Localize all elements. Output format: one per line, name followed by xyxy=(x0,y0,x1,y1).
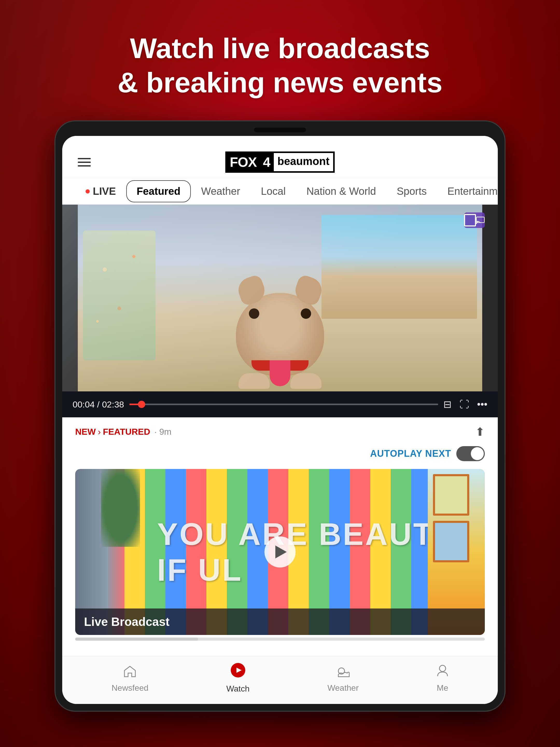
video-thumbnail xyxy=(62,205,498,391)
logo-4-text: 4 xyxy=(260,152,273,172)
thumbnail-card[interactable]: YOU ARE BEAUTIF UL Live Broadcast xyxy=(75,469,485,635)
play-triangle-icon xyxy=(275,545,287,559)
tab-sports-label: Sports xyxy=(397,185,427,197)
cast-button[interactable] xyxy=(464,212,485,228)
share-button[interactable]: ⬆ xyxy=(475,425,485,438)
bottom-nav-weather-label: Weather xyxy=(327,683,358,693)
home-icon xyxy=(124,663,136,680)
autoplay-toggle[interactable] xyxy=(456,446,485,461)
tag-featured: FEATURED xyxy=(103,427,150,437)
scroll-indicator xyxy=(75,638,485,641)
meta-tags: NEW › FEATURED · 9m xyxy=(75,427,171,437)
hero-title-line2: & breaking news events xyxy=(117,66,442,100)
autoplay-label: AUTOPLAY NEXT xyxy=(370,448,451,459)
bottom-nav-newsfeed[interactable]: Newsfeed xyxy=(111,663,148,693)
tab-sports[interactable]: Sports xyxy=(386,178,437,204)
thumbnail-card-label: Live Broadcast xyxy=(75,609,485,635)
live-dot-indicator xyxy=(85,189,90,194)
tab-weather-label: Weather xyxy=(201,185,240,197)
logo-station-text: beaumont xyxy=(273,152,334,172)
bottom-nav-watch-label: Watch xyxy=(226,684,250,694)
play-button-overlay[interactable] xyxy=(264,536,296,568)
scroll-indicator-fill xyxy=(75,638,198,641)
subtitles-icon[interactable]: ⊟ xyxy=(443,399,452,410)
app-content: FOX 4 beaumont LIVE Featured Weather xyxy=(62,136,498,704)
tab-local-label: Local xyxy=(261,185,286,197)
tag-new: NEW xyxy=(75,427,96,437)
cast-icon-svg xyxy=(476,215,485,225)
bottom-nav-me-label: Me xyxy=(437,683,448,693)
tab-entertainment-label: Entertainment xyxy=(448,185,498,197)
tag-arrow: › xyxy=(98,427,101,437)
bottom-nav-bar: Newsfeed Watch xyxy=(62,656,498,704)
watch-icon xyxy=(230,663,246,681)
more-options-icon[interactable]: ••• xyxy=(477,399,487,410)
device-screen: FOX 4 beaumont LIVE Featured Weather xyxy=(62,136,498,704)
video-controls-bar: 00:04 / 02:38 ⊟ ⛶ ••• xyxy=(62,391,498,417)
tag-time-ago: · 9m xyxy=(154,427,171,437)
meta-bar: NEW › FEATURED · 9m ⬆ xyxy=(62,417,498,443)
art-frame-1 xyxy=(433,474,469,516)
video-progress-thumb xyxy=(138,401,145,408)
hamburger-menu-button[interactable] xyxy=(78,158,91,166)
bottom-nav-me[interactable]: Me xyxy=(436,663,449,693)
window-reflection xyxy=(62,205,498,391)
bottom-nav-newsfeed-label: Newsfeed xyxy=(111,683,148,693)
video-progress-fill xyxy=(129,404,142,405)
hero-title-line1: Watch live broadcasts xyxy=(117,31,442,66)
tab-weather[interactable]: Weather xyxy=(191,178,250,204)
nav-tabs-bar: LIVE Featured Weather Local Nation & Wor… xyxy=(62,178,498,205)
svg-point-4 xyxy=(439,665,446,671)
art-frame-2 xyxy=(433,521,469,562)
weather-icon xyxy=(336,663,350,680)
bottom-nav-weather[interactable]: Weather xyxy=(327,663,358,693)
tab-nation-world[interactable]: Nation & World xyxy=(296,178,386,204)
svg-point-1 xyxy=(476,223,477,224)
hamburger-line3 xyxy=(78,165,91,166)
tab-nation-world-label: Nation & World xyxy=(306,185,376,197)
video-progress-bar[interactable] xyxy=(129,404,438,405)
hero-section: Watch live broadcasts & breaking news ev… xyxy=(117,31,442,100)
video-control-icons: ⊟ ⛶ ••• xyxy=(443,399,487,410)
profile-icon xyxy=(436,663,449,680)
bottom-nav-watch[interactable]: Watch xyxy=(226,663,250,694)
video-player[interactable]: 00:04 / 02:38 ⊟ ⛶ ••• xyxy=(62,205,498,417)
video-time-display: 00:04 / 02:38 xyxy=(73,400,124,410)
hamburger-line2 xyxy=(78,161,91,163)
autoplay-bar: AUTOPLAY NEXT xyxy=(62,443,498,466)
logo-fox-text: FOX xyxy=(226,152,260,172)
video-content-scene xyxy=(62,205,498,391)
tree-overlay xyxy=(101,469,140,547)
tab-live-label: LIVE xyxy=(93,185,116,197)
fullscreen-icon[interactable]: ⛶ xyxy=(459,399,469,410)
tab-live[interactable]: LIVE xyxy=(75,178,126,204)
station-logo: FOX 4 beaumont xyxy=(225,152,335,173)
tab-entertainment[interactable]: Entertainment xyxy=(437,178,498,204)
tab-featured-label: Featured xyxy=(137,185,181,197)
app-header: FOX 4 beaumont xyxy=(62,136,498,178)
device-frame: FOX 4 beaumont LIVE Featured Weather xyxy=(54,120,506,712)
hamburger-line1 xyxy=(78,158,91,159)
tab-featured[interactable]: Featured xyxy=(126,180,191,202)
tab-local[interactable]: Local xyxy=(250,178,296,204)
